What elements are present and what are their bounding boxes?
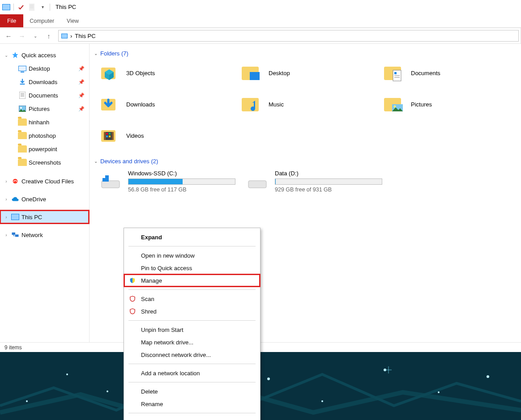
folder-icon — [383, 62, 405, 84]
qat-customize-icon[interactable]: ▾ — [38, 3, 47, 12]
tree-item-documents[interactable]: Documents📌 — [0, 89, 89, 102]
nav-row: ← → ⌄ ↑ › This PC — [0, 28, 521, 44]
menu-label: Disconnect network drive... — [141, 352, 211, 358]
disk-icon — [245, 171, 269, 192]
group-folders-header[interactable]: ⌄ Folders (7) — [94, 46, 517, 59]
tree-label: Pictures — [29, 106, 50, 112]
tab-view[interactable]: View — [60, 14, 85, 27]
chevron-down-icon[interactable]: ⌄ — [94, 159, 98, 164]
capacity-bar — [275, 178, 382, 185]
breadcrumb[interactable]: This PC — [75, 33, 95, 39]
tree-label: photoshop — [29, 132, 56, 139]
tree-item-desktop[interactable]: Desktop📌 — [0, 62, 89, 75]
tree-label: Documents — [29, 92, 58, 99]
folder-3d-objects[interactable]: 3D Objects — [98, 62, 233, 84]
folder-documents[interactable]: Documents — [383, 62, 517, 84]
folder-desktop[interactable]: Desktop — [241, 62, 375, 84]
menu-expand[interactable]: Expand — [124, 231, 260, 243]
pin-icon: 📌 — [78, 66, 85, 72]
status-bar: 9 items — [0, 342, 521, 352]
menu-separator — [128, 364, 256, 364]
svg-rect-0 — [29, 4, 34, 11]
menu-label: Unpin from Start — [141, 327, 184, 333]
recent-locations-icon[interactable]: ⌄ — [29, 29, 42, 42]
menu-label: Map network drive... — [141, 339, 193, 346]
svg-point-48 — [107, 390, 108, 392]
chevron-right-icon[interactable]: › — [4, 197, 9, 202]
folder-icon — [18, 144, 27, 153]
drive-d[interactable]: Data (D:)929 GB free of 931 GB — [245, 170, 384, 193]
svg-rect-5 — [20, 84, 25, 85]
menu-add-a-network-location[interactable]: Add a network location — [124, 367, 260, 379]
context-menu: ExpandOpen in new windowPin to Quick acc… — [124, 228, 260, 420]
menu-label: Expand — [141, 234, 162, 241]
pin-icon: 📌 — [78, 79, 85, 85]
chevron-down-icon[interactable]: ⌄ — [94, 51, 98, 56]
menu-separator — [128, 382, 256, 382]
properties-icon[interactable] — [17, 3, 26, 12]
mcafee-icon — [128, 296, 137, 302]
menu-properties[interactable]: Properties — [124, 416, 260, 420]
tree-this-pc[interactable]: › This PC — [0, 210, 89, 224]
free-space: 56.8 GB free of 117 GB — [128, 187, 235, 193]
svg-rect-27 — [242, 98, 259, 111]
breadcrumb-sep: › — [70, 33, 72, 39]
tree-onedrive[interactable]: › OneDrive — [0, 192, 89, 206]
forward-button[interactable]: → — [15, 29, 29, 42]
svg-rect-41 — [102, 175, 105, 178]
menu-shred[interactable]: Shred — [124, 305, 260, 318]
menu-map-network-drive[interactable]: Map network drive... — [124, 336, 260, 348]
tree-item-powerpoint[interactable]: powerpoint — [0, 142, 89, 156]
folder-label: Videos — [126, 132, 144, 139]
tree-item-downloads[interactable]: Downloads📌 — [0, 75, 89, 89]
tree-item-photoshop[interactable]: photoshop — [0, 129, 89, 142]
folder-downloads[interactable]: Downloads — [98, 93, 233, 115]
group-drives-header[interactable]: ⌄ Devices and drives (2) — [94, 153, 517, 167]
drive-c[interactable]: Windows-SSD (C:)56.8 GB free of 117 GB — [98, 170, 237, 193]
address-bar[interactable]: › This PC — [58, 30, 519, 42]
up-button[interactable]: ↑ — [42, 29, 56, 42]
pin-icon: 📌 — [78, 93, 85, 98]
tree-item-hinhanh[interactable]: hinhanh — [0, 115, 89, 129]
group-label: Folders (7) — [100, 50, 128, 57]
svg-point-55 — [487, 375, 489, 378]
tree-label: Downloads — [29, 79, 57, 85]
tab-computer[interactable]: Computer — [23, 14, 60, 27]
folder-grid: 3D ObjectsDesktopDocumentsDownloadsMusic… — [94, 59, 517, 153]
menu-rename[interactable]: Rename — [124, 398, 260, 410]
drive-label: Windows-SSD (C:) — [128, 170, 235, 177]
tab-file[interactable]: File — [0, 14, 23, 27]
tree-item-pictures[interactable]: Pictures📌 — [0, 102, 89, 115]
menu-unpin-from-start[interactable]: Unpin from Start — [124, 323, 260, 336]
new-folder-icon[interactable] — [27, 3, 36, 12]
creative-cloud-icon — [11, 177, 20, 186]
menu-open-in-new-window[interactable]: Open in new window — [124, 249, 260, 262]
folder-pictures[interactable]: Pictures — [383, 93, 517, 115]
svg-rect-6 — [19, 92, 26, 99]
folder-icon — [18, 158, 27, 167]
chevron-right-icon[interactable]: › — [4, 233, 9, 238]
svg-rect-1 — [30, 5, 34, 5]
menu-delete[interactable]: Delete — [124, 385, 260, 398]
back-button[interactable]: ← — [2, 29, 15, 42]
tree-item-screenshots[interactable]: Screenshots — [0, 156, 89, 169]
tree-network[interactable]: › Network — [0, 228, 89, 242]
chevron-down-icon[interactable]: ⌄ — [4, 53, 9, 58]
folder-videos[interactable]: Videos — [98, 125, 233, 146]
menu-pin-to-quick-access[interactable]: Pin to Quick access — [124, 262, 260, 274]
menu-separator — [128, 289, 256, 290]
cloud-icon — [11, 195, 20, 204]
chevron-right-icon[interactable]: › — [4, 215, 9, 220]
menu-separator — [128, 320, 256, 321]
menu-scan[interactable]: Scan — [124, 293, 260, 305]
menu-manage[interactable]: Manage — [124, 274, 260, 287]
tree-label: This PC — [21, 214, 42, 221]
tree-creative-cloud[interactable]: › Creative Cloud Files — [0, 174, 89, 188]
menu-disconnect-network-drive[interactable]: Disconnect network drive... — [124, 348, 260, 361]
tree-quick-access[interactable]: ⌄ Quick access — [0, 48, 89, 62]
tree-label: Creative Cloud Files — [21, 178, 74, 185]
chevron-right-icon[interactable]: › — [4, 179, 9, 184]
window-title: This PC — [56, 4, 76, 10]
folder-music[interactable]: Music — [241, 93, 375, 115]
menu-label: Manage — [141, 277, 162, 284]
